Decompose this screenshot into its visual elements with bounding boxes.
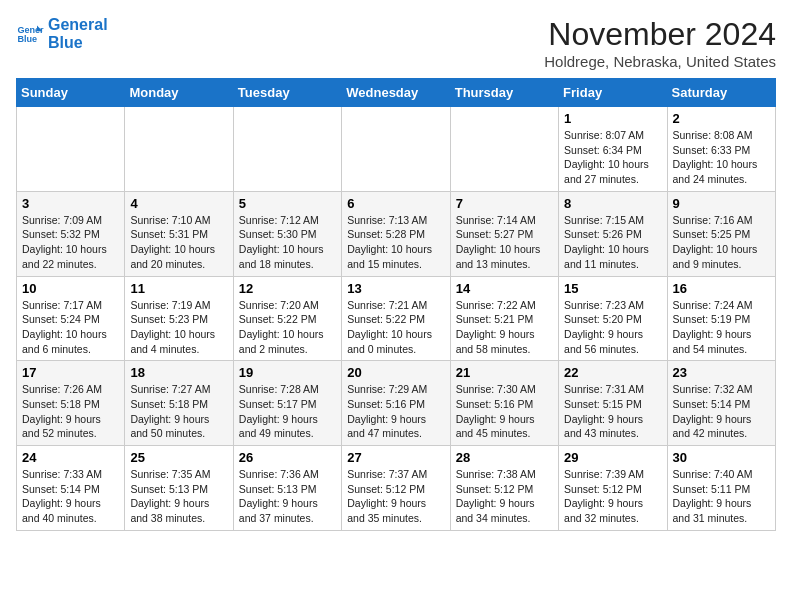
day-number: 17 <box>22 365 119 380</box>
day-detail: Sunrise: 7:26 AMSunset: 5:18 PMDaylight:… <box>22 382 119 441</box>
day-number: 30 <box>673 450 770 465</box>
day-cell: 26Sunrise: 7:36 AMSunset: 5:13 PMDayligh… <box>233 446 341 531</box>
day-cell <box>125 107 233 192</box>
day-cell: 11Sunrise: 7:19 AMSunset: 5:23 PMDayligh… <box>125 276 233 361</box>
day-cell: 19Sunrise: 7:28 AMSunset: 5:17 PMDayligh… <box>233 361 341 446</box>
day-detail: Sunrise: 7:17 AMSunset: 5:24 PMDaylight:… <box>22 298 119 357</box>
header-day-friday: Friday <box>559 79 667 107</box>
day-cell: 2Sunrise: 8:08 AMSunset: 6:33 PMDaylight… <box>667 107 775 192</box>
day-number: 7 <box>456 196 553 211</box>
title-area: November 2024 Holdrege, Nebraska, United… <box>544 16 776 70</box>
day-detail: Sunrise: 7:16 AMSunset: 5:25 PMDaylight:… <box>673 213 770 272</box>
day-number: 28 <box>456 450 553 465</box>
day-number: 15 <box>564 281 661 296</box>
header-row: SundayMondayTuesdayWednesdayThursdayFrid… <box>17 79 776 107</box>
header-day-wednesday: Wednesday <box>342 79 450 107</box>
day-number: 3 <box>22 196 119 211</box>
day-cell: 23Sunrise: 7:32 AMSunset: 5:14 PMDayligh… <box>667 361 775 446</box>
day-detail: Sunrise: 7:10 AMSunset: 5:31 PMDaylight:… <box>130 213 227 272</box>
day-cell: 29Sunrise: 7:39 AMSunset: 5:12 PMDayligh… <box>559 446 667 531</box>
day-detail: Sunrise: 7:23 AMSunset: 5:20 PMDaylight:… <box>564 298 661 357</box>
day-cell: 13Sunrise: 7:21 AMSunset: 5:22 PMDayligh… <box>342 276 450 361</box>
day-cell: 10Sunrise: 7:17 AMSunset: 5:24 PMDayligh… <box>17 276 125 361</box>
day-detail: Sunrise: 7:12 AMSunset: 5:30 PMDaylight:… <box>239 213 336 272</box>
day-number: 2 <box>673 111 770 126</box>
day-number: 24 <box>22 450 119 465</box>
day-detail: Sunrise: 7:39 AMSunset: 5:12 PMDaylight:… <box>564 467 661 526</box>
day-number: 21 <box>456 365 553 380</box>
calendar-body: 1Sunrise: 8:07 AMSunset: 6:34 PMDaylight… <box>17 107 776 531</box>
day-cell: 15Sunrise: 7:23 AMSunset: 5:20 PMDayligh… <box>559 276 667 361</box>
day-detail: Sunrise: 7:29 AMSunset: 5:16 PMDaylight:… <box>347 382 444 441</box>
calendar-header: SundayMondayTuesdayWednesdayThursdayFrid… <box>17 79 776 107</box>
calendar-subtitle: Holdrege, Nebraska, United States <box>544 53 776 70</box>
day-number: 19 <box>239 365 336 380</box>
day-detail: Sunrise: 7:40 AMSunset: 5:11 PMDaylight:… <box>673 467 770 526</box>
day-detail: Sunrise: 7:30 AMSunset: 5:16 PMDaylight:… <box>456 382 553 441</box>
day-number: 29 <box>564 450 661 465</box>
day-detail: Sunrise: 8:07 AMSunset: 6:34 PMDaylight:… <box>564 128 661 187</box>
week-row-4: 17Sunrise: 7:26 AMSunset: 5:18 PMDayligh… <box>17 361 776 446</box>
svg-text:Blue: Blue <box>17 34 37 44</box>
day-number: 14 <box>456 281 553 296</box>
week-row-5: 24Sunrise: 7:33 AMSunset: 5:14 PMDayligh… <box>17 446 776 531</box>
day-detail: Sunrise: 7:37 AMSunset: 5:12 PMDaylight:… <box>347 467 444 526</box>
day-number: 20 <box>347 365 444 380</box>
day-cell: 9Sunrise: 7:16 AMSunset: 5:25 PMDaylight… <box>667 191 775 276</box>
day-cell: 21Sunrise: 7:30 AMSunset: 5:16 PMDayligh… <box>450 361 558 446</box>
day-cell <box>450 107 558 192</box>
day-cell: 5Sunrise: 7:12 AMSunset: 5:30 PMDaylight… <box>233 191 341 276</box>
day-detail: Sunrise: 7:32 AMSunset: 5:14 PMDaylight:… <box>673 382 770 441</box>
day-number: 9 <box>673 196 770 211</box>
header-day-saturday: Saturday <box>667 79 775 107</box>
day-detail: Sunrise: 7:35 AMSunset: 5:13 PMDaylight:… <box>130 467 227 526</box>
day-cell: 3Sunrise: 7:09 AMSunset: 5:32 PMDaylight… <box>17 191 125 276</box>
day-number: 12 <box>239 281 336 296</box>
logo-text-line2: Blue <box>48 34 108 52</box>
day-cell: 20Sunrise: 7:29 AMSunset: 5:16 PMDayligh… <box>342 361 450 446</box>
day-cell: 16Sunrise: 7:24 AMSunset: 5:19 PMDayligh… <box>667 276 775 361</box>
header: General Blue General Blue November 2024 … <box>16 16 776 70</box>
day-cell: 17Sunrise: 7:26 AMSunset: 5:18 PMDayligh… <box>17 361 125 446</box>
day-detail: Sunrise: 7:27 AMSunset: 5:18 PMDaylight:… <box>130 382 227 441</box>
day-detail: Sunrise: 7:20 AMSunset: 5:22 PMDaylight:… <box>239 298 336 357</box>
day-number: 25 <box>130 450 227 465</box>
day-detail: Sunrise: 8:08 AMSunset: 6:33 PMDaylight:… <box>673 128 770 187</box>
day-cell: 4Sunrise: 7:10 AMSunset: 5:31 PMDaylight… <box>125 191 233 276</box>
day-cell <box>17 107 125 192</box>
day-number: 16 <box>673 281 770 296</box>
day-detail: Sunrise: 7:38 AMSunset: 5:12 PMDaylight:… <box>456 467 553 526</box>
day-cell <box>233 107 341 192</box>
day-cell: 7Sunrise: 7:14 AMSunset: 5:27 PMDaylight… <box>450 191 558 276</box>
day-detail: Sunrise: 7:31 AMSunset: 5:15 PMDaylight:… <box>564 382 661 441</box>
day-cell: 12Sunrise: 7:20 AMSunset: 5:22 PMDayligh… <box>233 276 341 361</box>
logo: General Blue General Blue <box>16 16 108 51</box>
day-cell: 25Sunrise: 7:35 AMSunset: 5:13 PMDayligh… <box>125 446 233 531</box>
day-number: 26 <box>239 450 336 465</box>
day-number: 27 <box>347 450 444 465</box>
day-number: 6 <box>347 196 444 211</box>
day-cell: 6Sunrise: 7:13 AMSunset: 5:28 PMDaylight… <box>342 191 450 276</box>
day-detail: Sunrise: 7:14 AMSunset: 5:27 PMDaylight:… <box>456 213 553 272</box>
day-detail: Sunrise: 7:15 AMSunset: 5:26 PMDaylight:… <box>564 213 661 272</box>
day-detail: Sunrise: 7:19 AMSunset: 5:23 PMDaylight:… <box>130 298 227 357</box>
day-detail: Sunrise: 7:09 AMSunset: 5:32 PMDaylight:… <box>22 213 119 272</box>
day-detail: Sunrise: 7:28 AMSunset: 5:17 PMDaylight:… <box>239 382 336 441</box>
logo-icon: General Blue <box>16 20 44 48</box>
day-number: 18 <box>130 365 227 380</box>
header-day-sunday: Sunday <box>17 79 125 107</box>
day-number: 4 <box>130 196 227 211</box>
header-day-monday: Monday <box>125 79 233 107</box>
day-detail: Sunrise: 7:24 AMSunset: 5:19 PMDaylight:… <box>673 298 770 357</box>
day-cell: 24Sunrise: 7:33 AMSunset: 5:14 PMDayligh… <box>17 446 125 531</box>
day-number: 5 <box>239 196 336 211</box>
day-cell: 14Sunrise: 7:22 AMSunset: 5:21 PMDayligh… <box>450 276 558 361</box>
week-row-1: 1Sunrise: 8:07 AMSunset: 6:34 PMDaylight… <box>17 107 776 192</box>
day-number: 23 <box>673 365 770 380</box>
day-cell: 1Sunrise: 8:07 AMSunset: 6:34 PMDaylight… <box>559 107 667 192</box>
day-number: 10 <box>22 281 119 296</box>
header-day-thursday: Thursday <box>450 79 558 107</box>
week-row-3: 10Sunrise: 7:17 AMSunset: 5:24 PMDayligh… <box>17 276 776 361</box>
logo-text-line1: General <box>48 16 108 34</box>
calendar-title: November 2024 <box>544 16 776 53</box>
